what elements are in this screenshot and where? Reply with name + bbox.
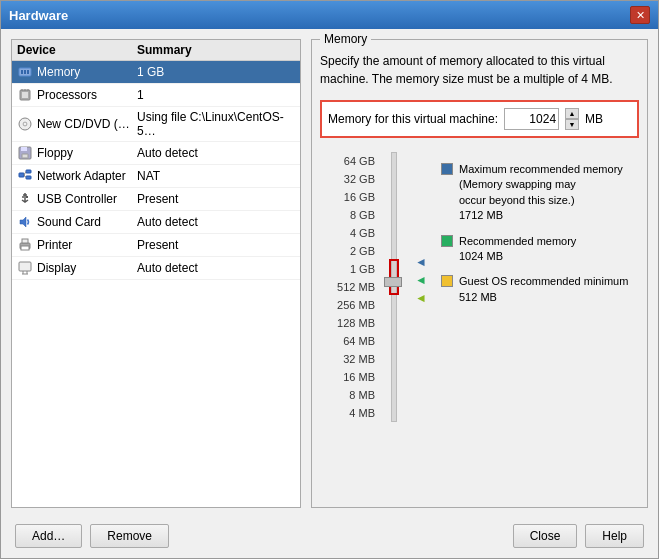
- arrows-column: ◄ ◄ ◄: [413, 152, 433, 422]
- svg-rect-15: [19, 173, 24, 177]
- guest-memory-legend-text: Guest OS recommended minimum 512 MB: [459, 274, 628, 305]
- scale-label: 1 GB: [320, 260, 375, 278]
- summary-cell: Auto detect: [137, 215, 295, 229]
- summary-cell: NAT: [137, 169, 295, 183]
- scale-label: 16 GB: [320, 188, 375, 206]
- scale-label: 128 MB: [320, 314, 375, 332]
- title-bar-controls: ✕: [630, 6, 650, 24]
- table-row[interactable]: Floppy Auto detect: [12, 142, 300, 165]
- summary-cell: Auto detect: [137, 146, 295, 160]
- table-row[interactable]: Printer Present: [12, 234, 300, 257]
- table-row[interactable]: Memory 1 GB: [12, 61, 300, 84]
- device-cell: Memory: [17, 64, 137, 80]
- main-area: Device Summary Memory 1 GB: [11, 39, 648, 508]
- recommended-arrow: ◄: [415, 273, 427, 287]
- scale-label: 4 GB: [320, 224, 375, 242]
- svg-rect-25: [21, 246, 29, 250]
- slider-track-container: [383, 152, 405, 422]
- memory-group-box: Memory Specify the amount of memory allo…: [311, 39, 648, 508]
- scale-column: 64 GB 32 GB 16 GB 8 GB 4 GB 2 GB 1 GB 51…: [320, 152, 375, 422]
- max-memory-legend-text: Maximum recommended memory(Memory swappi…: [459, 162, 623, 224]
- device-cell: New CD/DVD (…: [17, 116, 137, 132]
- display-icon: [17, 260, 33, 276]
- svg-rect-16: [26, 170, 31, 173]
- usb-icon: [17, 191, 33, 207]
- device-list-panel: Device Summary Memory 1 GB: [11, 39, 301, 508]
- svg-rect-24: [22, 239, 28, 243]
- scale-label: 32 GB: [320, 170, 375, 188]
- summary-cell: Present: [137, 192, 295, 206]
- memory-spin-down[interactable]: ▼: [565, 119, 579, 130]
- scale-label: 8 GB: [320, 206, 375, 224]
- rec-memory-legend-text: Recommended memory 1024 MB: [459, 234, 576, 265]
- close-button[interactable]: Close: [513, 524, 578, 548]
- scale-label: 4 MB: [320, 404, 375, 422]
- max-memory-legend-box: [441, 163, 453, 175]
- memory-value-input[interactable]: [504, 108, 559, 130]
- table-row[interactable]: Processors 1: [12, 84, 300, 107]
- memory-spinner: ▲ ▼: [565, 108, 579, 130]
- device-cell: Floppy: [17, 145, 137, 161]
- sound-icon: [17, 214, 33, 230]
- device-cell: Processors: [17, 87, 137, 103]
- help-button[interactable]: Help: [585, 524, 644, 548]
- add-button[interactable]: Add…: [15, 524, 82, 548]
- scale-label: 512 MB: [320, 278, 375, 296]
- slider-area: 64 GB 32 GB 16 GB 8 GB 4 GB 2 GB 1 GB 51…: [320, 152, 639, 422]
- table-row[interactable]: New CD/DVD (… Using file C:\Linux\CentOS…: [12, 107, 300, 142]
- remove-button[interactable]: Remove: [90, 524, 169, 548]
- svg-point-20: [22, 196, 24, 198]
- memory-input-row: Memory for this virtual machine: ▲ ▼ MB: [320, 100, 639, 138]
- memory-description: Specify the amount of memory allocated t…: [320, 52, 639, 88]
- svg-rect-2: [24, 70, 26, 74]
- cpu-icon: [17, 87, 33, 103]
- svg-rect-3: [27, 70, 29, 74]
- col-device-header: Device: [17, 43, 137, 57]
- scale-label: 64 MB: [320, 332, 375, 350]
- memory-input-label: Memory for this virtual machine:: [328, 112, 498, 126]
- rec-memory-legend: Recommended memory 1024 MB: [441, 234, 639, 265]
- max-memory-value: 1712 MB: [459, 209, 503, 221]
- scale-label: 32 MB: [320, 350, 375, 368]
- summary-cell: 1: [137, 88, 295, 102]
- device-table-body: Memory 1 GB Processors 1: [12, 61, 300, 507]
- svg-rect-21: [26, 196, 28, 198]
- device-cell: Printer: [17, 237, 137, 253]
- summary-cell: Using file C:\Linux\CentOS-5…: [137, 110, 295, 138]
- title-bar: Hardware ✕: [1, 1, 658, 29]
- printer-icon: [17, 237, 33, 253]
- summary-cell: Auto detect: [137, 261, 295, 275]
- memory-spin-up[interactable]: ▲: [565, 108, 579, 119]
- svg-rect-5: [22, 92, 28, 98]
- guest-memory-value: 512 MB: [459, 291, 497, 303]
- scale-label: 256 MB: [320, 296, 375, 314]
- table-header: Device Summary: [12, 40, 300, 61]
- svg-rect-26: [19, 262, 31, 271]
- summary-cell: 1 GB: [137, 65, 295, 79]
- table-row[interactable]: Display Auto detect: [12, 257, 300, 280]
- scale-label: 16 MB: [320, 368, 375, 386]
- max-recommended-arrow: ◄: [415, 255, 427, 269]
- summary-cell: Present: [137, 238, 295, 252]
- cd-icon: [17, 116, 33, 132]
- window-title: Hardware: [9, 8, 68, 23]
- svg-rect-14: [22, 154, 28, 158]
- table-row[interactable]: Sound Card Auto detect: [12, 211, 300, 234]
- device-cell: Network Adapter: [17, 168, 137, 184]
- table-row[interactable]: USB Controller Present: [12, 188, 300, 211]
- scale-label: 2 GB: [320, 242, 375, 260]
- minimum-arrow: ◄: [415, 291, 427, 305]
- footer-buttons: Close Help: [513, 524, 644, 548]
- rec-memory-value: 1024 MB: [459, 250, 503, 262]
- max-memory-legend: Maximum recommended memory(Memory swappi…: [441, 162, 639, 224]
- device-cell: USB Controller: [17, 191, 137, 207]
- table-row[interactable]: Network Adapter NAT: [12, 165, 300, 188]
- bottom-bar: Add… Remove Close Help: [11, 518, 648, 548]
- svg-point-11: [24, 123, 26, 125]
- guest-memory-legend-box: [441, 275, 453, 287]
- window-content: Device Summary Memory 1 GB: [1, 29, 658, 558]
- legend-column: Maximum recommended memory(Memory swappi…: [441, 152, 639, 422]
- close-window-button[interactable]: ✕: [630, 6, 650, 24]
- memory-slider-handle[interactable]: [384, 277, 402, 287]
- right-panel: Memory Specify the amount of memory allo…: [311, 39, 648, 508]
